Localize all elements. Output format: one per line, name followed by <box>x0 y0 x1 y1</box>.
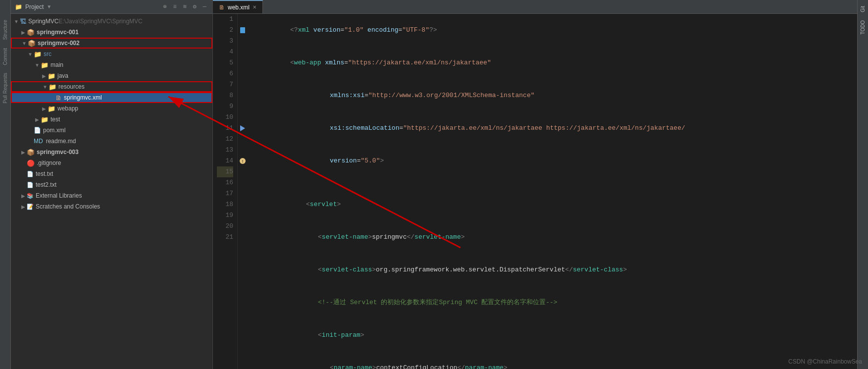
label-webapp: webapp <box>57 105 78 112</box>
code-line-10: <!--通过 Servlet 的初始化参数来指定Spring MVC 配置文件的… <box>252 286 853 319</box>
code-line-7: <servlet> <box>252 188 853 221</box>
tree-item-test[interactable]: 📁 test <box>11 114 212 125</box>
arrow-main <box>34 62 41 68</box>
minimize-icon[interactable]: ─ <box>201 3 208 11</box>
arrow-java <box>41 73 48 79</box>
label-springmvc-001: springmvc-001 <box>37 29 79 36</box>
commit-tab[interactable]: Commit <box>2 48 8 65</box>
bracket-ip-close: > <box>360 331 364 339</box>
panel-chevron-icon[interactable]: ▼ <box>47 4 51 9</box>
line-num-2: 2 <box>217 25 233 36</box>
text-dispatcher: org.springframework.web.servlet.Dispatch… <box>376 266 565 273</box>
comment-10: <!--通过 Servlet 的初始化参数来指定Spring MVC 配置文件的… <box>318 299 558 306</box>
tree-item-src[interactable]: 📁 src <box>11 49 212 59</box>
line-num-8: 8 <box>217 90 233 101</box>
expand-all-icon[interactable]: ≋ <box>181 3 189 11</box>
label-readme: readme.md <box>46 138 76 145</box>
bracket-scclose: > <box>623 266 627 273</box>
structure-tab[interactable]: Structure <box>2 20 8 40</box>
tag-servlet-class-close: servlet-class <box>573 266 623 273</box>
folder-icon-test: 📁 <box>41 116 49 123</box>
root-arrow <box>13 19 20 24</box>
val-xmlns: "https://jakarta.ee/xml/ns/jakartaee" <box>348 59 491 66</box>
editor-tab-web-xml[interactable]: 🗎 web.xml ✕ <box>213 0 263 13</box>
attr-encoding: encoding <box>367 26 398 34</box>
attr-xmlns-xsi: xmlns:xsi <box>330 92 364 99</box>
line-num-14: 14 <box>217 156 233 166</box>
tree-item-springmvc-001[interactable]: 📦 springmvc-001 <box>11 27 212 38</box>
tree-item-readme[interactable]: MD readme.md <box>11 136 212 147</box>
bracket-pnclose-open: </ <box>457 364 465 369</box>
label-external-libs: External Libraries <box>36 192 82 199</box>
xml-file-icon: 🗎 <box>55 94 62 102</box>
bracket-pi-close: ?> <box>429 26 437 34</box>
watermark: CSDN @ChinaRainbowSea <box>788 358 862 365</box>
gutter-icon-line14: ! <box>239 156 247 166</box>
tree-item-resources[interactable]: 📁 resources <box>11 81 212 92</box>
code-line-8: <servlet-name>springmvc</servlet-name> <box>252 221 853 254</box>
locate-file-icon[interactable]: ⊕ <box>161 3 169 11</box>
tag-init-param: init-param <box>322 331 360 339</box>
tree-root[interactable]: 🏗 SpringMVC E:\Java\SpringMVC\SpringMVC <box>11 16 212 27</box>
tab-bar: 🗎 web.xml ✕ <box>213 0 857 14</box>
tree-item-main[interactable]: 📁 main <box>11 59 212 70</box>
tree-item-gitignore[interactable]: 🔴 .gitignore <box>11 158 212 168</box>
tag-webapp: web-app <box>294 59 321 66</box>
settings-icon[interactable]: ⚙ <box>191 3 199 11</box>
label-main: main <box>51 61 63 68</box>
library-icon: 📚 <box>27 193 34 199</box>
label-test: test <box>51 116 60 123</box>
arrow-webapp <box>41 106 48 111</box>
tag-servlet-name-close: servlet-name <box>414 233 461 241</box>
line-num-7: 7 <box>217 79 233 90</box>
val-xmlns-xsi: "http://www.w3.org/2001/XMLSchema-instan… <box>368 92 534 99</box>
tree-item-pom[interactable]: 📄 pom.xml <box>11 125 212 136</box>
tree-item-external-libs[interactable]: 📚 External Libraries <box>11 190 212 201</box>
val-version: "1.0" <box>344 26 363 34</box>
module-icon-003: 📦 <box>27 149 35 156</box>
tag-servlet: servlet <box>310 201 337 208</box>
bracket-2: < <box>290 59 294 66</box>
right-tab-todo[interactable]: TODO <box>859 16 867 39</box>
project-panel: 📁 Project ▼ ⊕ ≡ ≋ ⚙ ─ 🏗 SpringMVC E:\Jav… <box>11 0 213 369</box>
scratches-icon: 📝 <box>27 204 34 210</box>
line-num-15: 15 <box>217 166 233 177</box>
bracket-webapp-close: > <box>380 157 384 164</box>
tree-item-java[interactable]: 📁 java <box>11 70 212 81</box>
folder-icon-resources: 📁 <box>49 83 56 91</box>
line-num-12: 12 <box>217 134 233 145</box>
text-context-config: contextConfigLocation <box>376 364 458 369</box>
panel-header: 📁 Project ▼ ⊕ ≡ ≋ ⚙ ─ <box>11 0 212 14</box>
line-num-4: 4 <box>217 47 233 57</box>
tree-item-scratches[interactable]: 📝 Scratches and Consoles <box>11 201 212 212</box>
tab-close-button[interactable]: ✕ <box>253 4 256 10</box>
code-line-11: <init-param> <box>252 319 853 352</box>
pull-requests-tab[interactable]: Pull Requests <box>2 73 8 104</box>
tree-item-springmvc-003[interactable]: 📦 springmvc-003 <box>11 147 212 158</box>
gutter-icon-line11 <box>239 123 247 134</box>
tree-item-springmvc-xml[interactable]: 🗎 springmvc.xml <box>11 92 212 103</box>
bracket-scclose-open: </ <box>565 266 573 273</box>
arrow-test <box>34 117 41 122</box>
arrow-external-libs <box>20 193 27 199</box>
right-panel: Git TODO <box>857 0 868 369</box>
commit-label: Commit <box>2 48 8 65</box>
label-pom: pom.xml <box>43 127 65 134</box>
val-encoding: "UTF-8" <box>402 26 429 34</box>
tree-item-test-txt[interactable]: 📄 test.txt <box>11 168 212 179</box>
attr-version: version <box>313 26 341 34</box>
right-tab-git[interactable]: Git <box>859 2 867 16</box>
line-num-3: 3 <box>217 36 233 47</box>
line-num-18: 18 <box>217 199 233 210</box>
line-num-16: 16 <box>217 177 233 188</box>
tree-item-webapp[interactable]: 📁 webapp <box>11 103 212 114</box>
tree-item-springmvc-002[interactable]: 📦 springmvc-002 <box>11 38 212 49</box>
label-springmvc-xml: springmvc.xml <box>64 94 102 101</box>
code-area[interactable]: <?xml version="1.0" encoding="UTF-8"?> <… <box>248 14 857 369</box>
tree-item-test2-txt[interactable]: 📄 test2.txt <box>11 179 212 190</box>
left-side-panel: Structure Commit Pull Requests <box>0 0 11 369</box>
collapse-all-icon[interactable]: ≡ <box>171 3 179 11</box>
code-line-5: version="5.0"> <box>252 145 853 177</box>
line-num-10: 10 <box>217 112 233 123</box>
line-num-5: 5 <box>217 57 233 68</box>
